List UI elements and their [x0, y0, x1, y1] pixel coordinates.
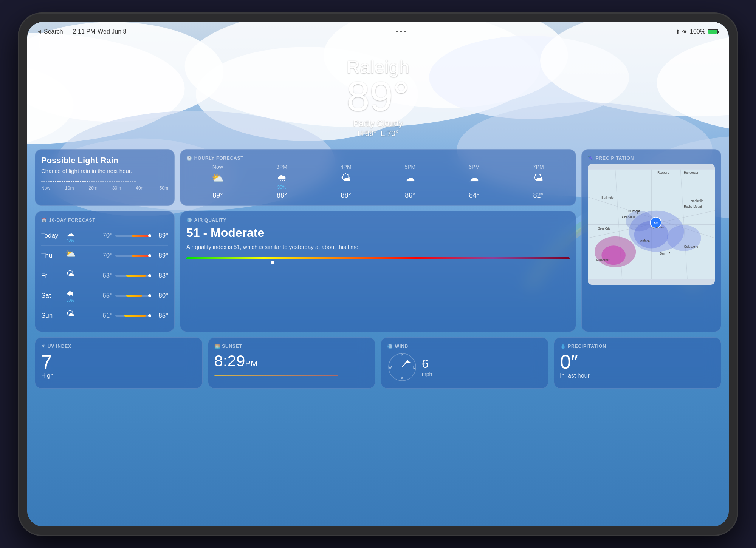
rain-dot — [134, 181, 136, 182]
hourly-time: 4PM — [314, 164, 377, 170]
hourly-temp: 86° — [379, 191, 442, 199]
rain-dot-active — [53, 181, 54, 182]
rain-dot — [132, 181, 133, 182]
rain-timeline: Now 10m 20m 30m 40m 50m — [41, 179, 168, 191]
rain-dot — [123, 181, 124, 182]
sunset-icon: 🌅 — [214, 344, 220, 349]
hourly-chance — [186, 185, 249, 190]
rain-dot-active — [59, 181, 61, 182]
rain-label-50m: 50m — [160, 185, 168, 191]
aqi-description: Air quality index is 51, which is simila… — [186, 243, 570, 252]
clock-icon: 🕐 — [186, 156, 192, 161]
wind-speed: 6 — [422, 357, 432, 371]
forecast-row-thu: Thu ⛅- 70° 89° — [41, 246, 168, 266]
status-right: ⬆ 👁 100% — [675, 28, 718, 35]
hourly-temp: 88° — [314, 191, 377, 199]
uv-index-card: ☀ UV INDEX 7 High — [35, 337, 203, 389]
status-left: Search 2:11 PM Wed Jun 8 — [38, 28, 127, 35]
rain-dot-active — [75, 181, 77, 182]
hourly-temp: 88° — [251, 191, 313, 199]
hourly-icon: 🌤 — [507, 172, 570, 184]
svg-point-30 — [626, 210, 653, 231]
forecast-day: Sat — [41, 292, 62, 299]
hi-lo-label: H:89° L:70° — [27, 129, 729, 138]
status-dot-1 — [396, 31, 398, 32]
forecast-day: Thu — [41, 252, 62, 259]
hourly-temp: 84° — [443, 191, 506, 199]
hourly-time: 7PM — [507, 164, 570, 170]
forecast-low: 65° — [79, 292, 115, 299]
rain-dot-active — [80, 181, 81, 182]
sidebar-toggle-button[interactable] — [36, 40, 48, 49]
rain-label-20m: 20m — [88, 185, 97, 191]
svg-text:Chapel Hill: Chapel Hill — [622, 215, 637, 219]
rain-label-30m: 30m — [112, 185, 121, 191]
svg-text:Henderson: Henderson — [684, 171, 699, 174]
hourly-time: Now — [186, 164, 249, 170]
low-temp: L:70° — [381, 129, 398, 137]
svg-text:Siler City: Siler City — [598, 227, 611, 230]
hourly-item-4pm: 4PM 🌤 88° — [314, 164, 377, 199]
forecast-row-today: Today ☁40% 70° 89° — [41, 226, 168, 246]
map-container[interactable]: Roxboro Henderson Burlington Durham Chap… — [588, 164, 715, 285]
svg-text:Pinehurst: Pinehurst — [596, 259, 610, 262]
rain-dot — [112, 181, 113, 182]
hourly-icon: 🌤 — [314, 172, 377, 184]
precip-drop-icon: 💧 — [560, 344, 566, 349]
hourly-item-5pm: 5PM ☁ 86° — [379, 164, 442, 199]
hourly-temp: 89° — [186, 191, 249, 199]
back-label[interactable]: Search — [44, 28, 63, 35]
hourly-temp: 82° — [507, 191, 570, 199]
rain-dot-active — [55, 181, 56, 182]
uv-level: High — [41, 372, 196, 379]
rain-dot — [127, 181, 129, 182]
hourly-icon: ☁ — [379, 172, 442, 184]
hourly-chance — [507, 185, 570, 190]
svg-text:Nashville: Nashville — [691, 199, 703, 202]
hourly-icon: 🌧 — [251, 172, 313, 184]
tenday-label: 📅 10-DAY FORECAST — [41, 218, 168, 223]
hourly-item-6pm: 6PM ☁ 84° — [443, 164, 506, 199]
rain-dot — [41, 181, 43, 182]
rain-dot-active — [73, 181, 74, 182]
aqi-bar-container — [186, 257, 570, 264]
rain-dot — [100, 181, 102, 182]
hourly-grid: Now ⛅ 89° 3PM 🌧 30% 88° 4PM 🌤 — [186, 164, 570, 199]
hourly-time: 6PM — [443, 164, 506, 170]
rain-dot — [130, 181, 131, 182]
rain-label-10m: 10m — [65, 185, 74, 191]
battery-cap — [718, 31, 719, 33]
forecast-day: Today — [41, 232, 62, 239]
rain-dot-active — [77, 181, 79, 182]
svg-rect-16 — [36, 41, 46, 48]
calendar-icon: 📅 — [41, 218, 47, 223]
rain-dot-active — [50, 181, 52, 182]
uv-icon: ☀ — [41, 344, 46, 349]
precipitation-map-card: 🌂 PRECIPITATION — [581, 149, 721, 332]
aqi-icon: 💨 — [186, 218, 192, 223]
rain-dot — [46, 181, 47, 182]
rain-dot-active — [66, 181, 68, 182]
rain-dot — [91, 181, 93, 182]
rain-dot — [48, 181, 50, 182]
svg-text:S: S — [401, 377, 404, 381]
forecast-row-sat: Sat 🌧60% 65° 80° — [41, 286, 168, 306]
aqi-label: 💨 AIR QUALITY — [186, 218, 570, 223]
forecast-high: 89° — [151, 252, 168, 259]
forecast-row-fri: Fri 🌤- 63° 83° — [41, 266, 168, 286]
hourly-chance — [379, 185, 442, 190]
status-bar: Search 2:11 PM Wed Jun 8 ⬆ 👁 100% — [27, 22, 729, 39]
rain-dot-active — [82, 181, 84, 182]
compass-svg: N S E W — [387, 352, 417, 382]
rain-description: Chance of light rain in the next hour. — [41, 168, 168, 174]
svg-text:E: E — [413, 365, 416, 369]
svg-text:W: W — [388, 365, 392, 369]
hourly-item-3pm: 3PM 🌧 30% 88° — [251, 164, 313, 199]
bottom-row: ☀ UV INDEX 7 High 🌅 SUNSET 8:29PM — [35, 337, 721, 389]
battery-fill — [708, 30, 717, 34]
forecast-icon: ☁40% — [62, 229, 79, 242]
rain-label-40m: 40m — [136, 185, 144, 191]
wind-card: 💨 WIND N S E W — [381, 337, 548, 389]
forecast-high: 83° — [151, 272, 168, 279]
forecast-high: 85° — [151, 312, 168, 320]
